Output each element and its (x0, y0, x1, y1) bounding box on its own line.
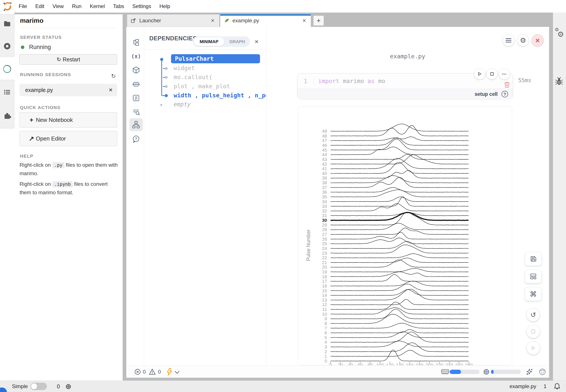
restart-icon: ↻ (57, 56, 61, 62)
svg-text:4: 4 (325, 339, 327, 345)
run-cell-button[interactable] (474, 68, 485, 80)
running-sessions-icon[interactable] (4, 89, 11, 95)
dep-node-plot[interactable]: plot , make_plot (171, 82, 266, 91)
cell-more-actions-button[interactable]: ••• (499, 68, 510, 80)
warnings-icon[interactable] (149, 368, 156, 375)
dep-node-empty[interactable]: empty (171, 100, 266, 109)
menu-settings[interactable]: Settings (132, 3, 151, 9)
statusbar-right-group: example.py 1 (510, 381, 560, 392)
packages-icon[interactable] (131, 65, 141, 75)
menu-kernel[interactable]: Kernel (90, 3, 105, 9)
toggle-graph[interactable]: GRAPH (224, 39, 250, 44)
command-palette-button[interactable]: ⌘ (525, 287, 542, 301)
svg-text:60: 60 (358, 363, 363, 365)
assistant-robot-icon[interactable] (539, 368, 546, 376)
scratchpad-search-icon[interactable] (131, 107, 141, 117)
undo-button[interactable]: ↺ (526, 308, 540, 322)
tab-launcher[interactable]: Launcher × (127, 14, 219, 27)
stop-sessions-icon[interactable] (3, 42, 11, 50)
svg-text:220: 220 (436, 363, 443, 365)
svg-text:46: 46 (322, 143, 327, 148)
save-button[interactable] (525, 252, 542, 266)
pulsar-chart-svg: 0123456789101112131415161718192021222324… (298, 106, 512, 365)
file-browser-icon[interactable] (3, 20, 11, 27)
ai-sparkle-icon[interactable] (526, 368, 533, 375)
menu-view[interactable]: View (53, 3, 64, 9)
chevron-down-icon[interactable] (175, 371, 180, 374)
toggle-minimap[interactable]: MINIMAP (194, 37, 224, 46)
restart-button[interactable]: ↻ Restart (19, 54, 117, 65)
svg-text:31: 31 (322, 213, 327, 218)
left-activity-bar (0, 13, 14, 380)
dep-node-label: width , pulse_height , n_poi (171, 92, 266, 99)
panel-icon-strip: (x) (128, 27, 144, 365)
dep-node-width[interactable]: width , pulse_height , n_poi (171, 91, 266, 100)
layout-toggle-button[interactable] (525, 269, 542, 283)
dep-node-widget[interactable]: widget (171, 63, 266, 72)
dependency-tree: PulsarChartwidgetmo.callout(plot , make_… (171, 54, 266, 109)
open-editor-button[interactable]: ↗ Open Editor (19, 131, 117, 146)
memory-ram-icon (441, 369, 449, 375)
notebook-shutdown-button[interactable]: × (532, 34, 544, 46)
settings-gears-icon[interactable]: ⚙ ⚙ (554, 27, 565, 39)
notebook-settings-button[interactable]: ⚙ (517, 34, 529, 46)
tab-example-py[interactable]: example.py × (220, 14, 311, 27)
menu-file[interactable]: File (19, 3, 27, 9)
menu-run[interactable]: Run (72, 3, 82, 9)
menu-edit[interactable]: Edit (35, 3, 44, 9)
errors-icon[interactable] (134, 369, 141, 375)
memory-usage-meter (450, 370, 480, 374)
svg-text:43: 43 (322, 157, 327, 162)
marimo-sidebar-logo-icon[interactable] (2, 64, 12, 74)
setup-cell-label: setup cell (475, 89, 498, 99)
help-chat-icon[interactable]: ? (131, 134, 141, 144)
marimo-logo-icon (3, 1, 13, 11)
file-tree-icon[interactable] (131, 38, 141, 48)
dependencies-close-icon[interactable]: × (251, 36, 262, 47)
run-mode-lightning-icon[interactable] (166, 368, 173, 376)
logs-scroll-icon[interactable] (131, 93, 141, 103)
session-close-icon[interactable]: × (109, 86, 112, 93)
hamburger-icon (506, 38, 511, 43)
dep-node-mo[interactable]: mo.callout( (171, 72, 266, 82)
tab-example-close-icon[interactable]: × (302, 17, 306, 24)
run-all-button[interactable] (526, 341, 540, 355)
external-link-icon: ↗ (27, 135, 36, 142)
cpu-usage-meter (491, 370, 521, 374)
svg-text:120: 120 (386, 363, 394, 365)
extensions-puzzle-icon[interactable] (3, 112, 12, 120)
svg-text:200: 200 (426, 363, 433, 365)
dep-node-pulsarchart[interactable]: PulsarChart (171, 54, 266, 63)
refresh-sessions-icon[interactable]: ↻ (111, 73, 116, 80)
code-token-kw: as (368, 78, 378, 84)
svg-text:48: 48 (322, 133, 327, 138)
menu-help[interactable]: Help (159, 3, 170, 9)
kernel-cpu-icon[interactable] (65, 383, 72, 390)
menu-tabs[interactable]: Tabs (113, 3, 124, 9)
simple-mode-toggle[interactable] (30, 383, 47, 390)
command-icon: ⌘ (530, 290, 537, 298)
setup-help-icon[interactable]: ? (502, 91, 508, 97)
new-notebook-button[interactable]: + New Notebook (19, 112, 117, 127)
svg-text:21: 21 (322, 260, 327, 265)
notification-bell-icon[interactable] (554, 383, 560, 390)
code-line[interactable]: import marimo as mo (313, 76, 385, 86)
help-paragraph-py: Right-click on .py files to open them wi… (19, 161, 119, 177)
new-tab-button[interactable]: + (313, 16, 324, 26)
notebook-menu-button[interactable] (502, 34, 515, 46)
delete-cell-trash-icon[interactable] (504, 81, 510, 88)
toggle-knob (31, 383, 37, 389)
svg-text:10: 10 (322, 312, 327, 317)
stop-square-icon (531, 329, 536, 334)
stop-cell-button[interactable] (486, 68, 498, 80)
svg-text:26: 26 (322, 237, 327, 241)
interrupt-button[interactable] (526, 325, 540, 338)
session-list-item[interactable]: example.py × (19, 84, 117, 96)
dependencies-graph-icon[interactable] (131, 120, 141, 130)
svg-text:23: 23 (322, 251, 327, 256)
variables-icon[interactable]: (x) (131, 51, 141, 61)
svg-text:47: 47 (322, 138, 327, 143)
debugger-bug-icon[interactable] (554, 77, 564, 86)
tab-launcher-close-icon[interactable]: × (211, 17, 214, 24)
ai-robot-icon[interactable] (131, 79, 141, 89)
